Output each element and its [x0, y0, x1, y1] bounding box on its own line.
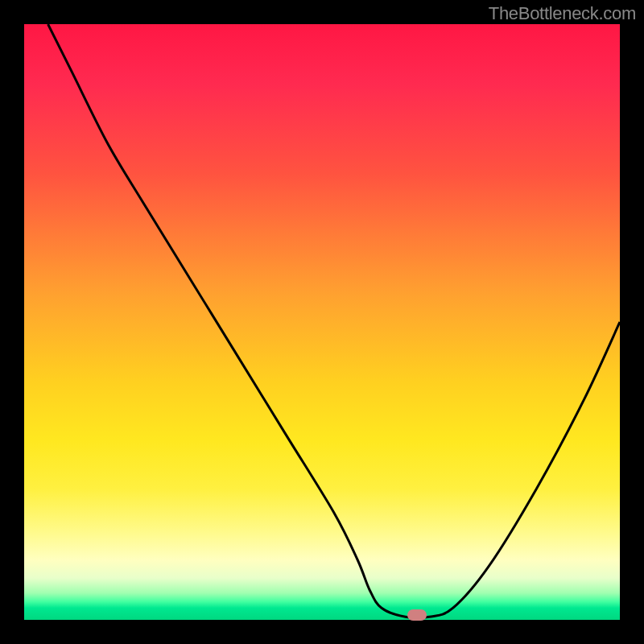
curve-line [48, 24, 620, 618]
optimal-marker [407, 609, 427, 621]
watermark-text: TheBottleneck.com [489, 3, 636, 24]
bottleneck-curve [24, 24, 620, 620]
chart-plot-area [24, 24, 620, 620]
